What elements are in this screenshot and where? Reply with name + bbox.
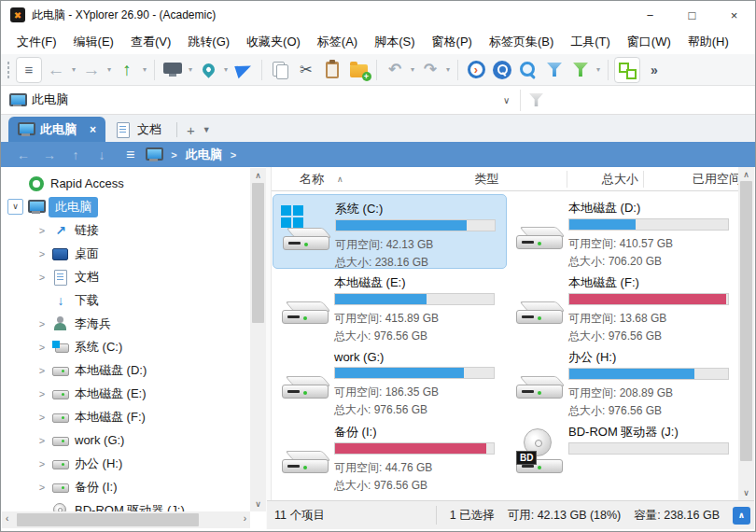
crumb-menu-button[interactable]: ≡ xyxy=(126,147,134,163)
menu-scripting[interactable]: 脚本(S) xyxy=(366,30,423,54)
menu-help[interactable]: 帮助(H) xyxy=(679,30,737,54)
up-dropdown[interactable]: ▾ xyxy=(140,65,149,74)
location-button[interactable] xyxy=(196,57,220,83)
address-value[interactable]: 此电脑 xyxy=(32,91,68,108)
expand-icon[interactable]: > xyxy=(32,248,52,259)
new-folder-button[interactable] xyxy=(346,57,371,83)
scroll-up-icon[interactable]: ∧ xyxy=(738,170,754,179)
crumb-forward-button[interactable]: → xyxy=(36,147,63,162)
tree-item-drive-i[interactable]: > 备份 (I:) xyxy=(7,475,250,498)
undo-button[interactable]: ↶ xyxy=(383,57,407,83)
tree-item-rapid-access[interactable]: Rapid Access xyxy=(7,172,250,195)
tree-item-drive-g[interactable]: > work (G:) xyxy=(7,428,250,452)
menu-edit[interactable]: 编辑(E) xyxy=(65,30,122,54)
tree-item-drive-j[interactable]: BD-ROM 驱动器 (J:) xyxy=(7,498,250,511)
menu-tools[interactable]: 工具(T) xyxy=(562,30,619,54)
expand-icon[interactable]: > xyxy=(32,458,52,469)
tree-item-links[interactable]: > ↗ 链接 xyxy=(7,218,250,242)
menu-tags[interactable]: 标签(A) xyxy=(309,30,366,54)
tab-documents[interactable]: 文档 xyxy=(105,117,171,142)
close-button[interactable]: × xyxy=(713,1,755,29)
redo-dropdown[interactable]: ▾ xyxy=(443,65,453,74)
expand-icon[interactable]: > xyxy=(32,342,52,353)
expand-icon[interactable]: > xyxy=(32,272,52,283)
scroll-up-icon[interactable]: ∧ xyxy=(250,171,266,180)
menu-tabsets[interactable]: 标签页集(B) xyxy=(481,30,562,54)
scroll-right-icon[interactable]: › xyxy=(244,513,246,524)
scroll-thumb[interactable] xyxy=(740,181,752,461)
tree-item-documents[interactable]: > 文档 xyxy=(7,265,250,288)
column-total-size[interactable]: 总大小 xyxy=(567,171,638,188)
tree-item-drive-d[interactable]: > 本地磁盘 (D:) xyxy=(7,358,250,382)
menu-window[interactable]: 窗口(W) xyxy=(619,30,679,54)
back-button[interactable]: ← xyxy=(44,57,68,83)
drive-item-i[interactable]: 备份 (I:) 可用空间: 44.76 GB 总大小: 976.56 GB xyxy=(273,418,507,493)
up-button[interactable]: ↑ xyxy=(115,57,139,83)
toolbar-overflow-button[interactable]: » xyxy=(642,57,666,83)
expand-icon[interactable]: > xyxy=(32,225,52,236)
tree-item-drive-h[interactable]: > 办公 (H:) xyxy=(7,452,250,475)
status-toggle-button[interactable]: ∧ xyxy=(733,507,750,525)
crumb-down-button[interactable]: ↓ xyxy=(89,147,115,162)
tree-item-drive-e[interactable]: > 本地磁盘 (E:) xyxy=(7,382,250,405)
forward-dropdown[interactable]: ▾ xyxy=(105,65,114,74)
tree-item-this-pc[interactable]: ∨ 此电脑 xyxy=(7,195,250,218)
drive-item-c[interactable]: 系统 (C:) 可用空间: 42.13 GB 总大小: 238.16 GB xyxy=(273,194,507,269)
quick-search-button[interactable] xyxy=(516,57,540,83)
column-name[interactable]: 名称∧ xyxy=(272,171,474,188)
goto-button[interactable] xyxy=(231,57,256,83)
drive-item-j[interactable]: BD BD-ROM 驱动器 (J:) xyxy=(507,418,741,493)
pane-splitter[interactable] xyxy=(266,167,272,529)
minimize-button[interactable]: − xyxy=(629,1,671,29)
scroll-down-icon[interactable]: ∨ xyxy=(250,499,266,509)
drive-item-h[interactable]: 办公 (H:) 可用空间: 208.89 GB 总大小: 976.56 GB xyxy=(507,343,741,418)
this-pc-dropdown[interactable]: ▾ xyxy=(186,65,195,74)
column-used-space[interactable]: 已用空间 xyxy=(644,171,741,188)
address-dropdown-icon[interactable]: ∨ xyxy=(503,95,510,105)
drive-item-f[interactable]: 本地磁盘 (F:) 可用空间: 13.68 GB 总大小: 976.56 GB xyxy=(507,269,741,343)
catch-up-button[interactable]: › xyxy=(464,57,488,83)
menu-panes[interactable]: 窗格(P) xyxy=(424,30,481,54)
scroll-left-icon[interactable]: ‹ xyxy=(6,513,8,524)
forward-button[interactable]: → xyxy=(79,57,104,83)
expand-icon[interactable]: > xyxy=(32,482,52,493)
crumb-up-button[interactable]: ↑ xyxy=(63,147,89,162)
tab-close-icon[interactable]: × xyxy=(90,123,96,136)
find-files-button[interactable] xyxy=(490,57,514,83)
this-pc-button[interactable] xyxy=(161,57,185,83)
drive-item-d[interactable]: 本地磁盘 (D:) 可用空间: 410.57 GB 总大小: 706.20 GB xyxy=(507,194,741,269)
expand-icon[interactable]: > xyxy=(32,318,52,329)
tab-list-dropdown[interactable]: ▼ xyxy=(203,125,211,134)
menu-file[interactable]: 文件(F) xyxy=(8,30,65,54)
tree-item-downloads[interactable]: ↓ 下载 xyxy=(7,288,250,312)
expand-icon[interactable]: > xyxy=(32,412,52,423)
mini-tree-toggle[interactable] xyxy=(614,57,640,83)
drive-item-e[interactable]: 本地磁盘 (E:) 可用空间: 415.89 GB 总大小: 976.56 GB xyxy=(273,269,507,343)
scroll-thumb[interactable] xyxy=(252,183,264,323)
undo-dropdown[interactable]: ▾ xyxy=(408,65,417,74)
menu-favorites[interactable]: 收藏夹(O) xyxy=(238,30,309,54)
toolbar-grip[interactable] xyxy=(7,61,10,79)
tree-horizontal-scrollbar[interactable]: ‹ › xyxy=(2,511,250,528)
visual-filter-button[interactable] xyxy=(568,57,593,83)
back-dropdown[interactable]: ▾ xyxy=(69,65,78,74)
expand-icon[interactable]: > xyxy=(32,365,52,376)
column-type[interactable]: 类型 xyxy=(474,171,567,188)
scroll-down-icon[interactable]: ∨ xyxy=(738,488,754,497)
drive-item-g[interactable]: work (G:) 可用空间: 186.35 GB 总大小: 976.56 GB xyxy=(273,343,507,418)
tree-vertical-scrollbar[interactable]: ∧ ∨ xyxy=(250,168,266,511)
tree-item-desktop[interactable]: > 桌面 xyxy=(7,242,250,265)
tree-item-drive-c[interactable]: > 系统 (C:) xyxy=(7,335,250,358)
tree-item-drive-f[interactable]: > 本地磁盘 (F:) xyxy=(7,405,250,428)
expand-icon[interactable]: > xyxy=(32,435,52,446)
copy-button[interactable] xyxy=(268,57,292,83)
live-filter-icon[interactable] xyxy=(529,93,543,106)
redo-button[interactable]: ↷ xyxy=(418,57,442,83)
list-vertical-scrollbar[interactable]: ∧ ∨ xyxy=(738,167,754,500)
paste-button[interactable] xyxy=(320,57,344,83)
scroll-thumb[interactable] xyxy=(17,513,199,526)
crumb-back-button[interactable]: ← xyxy=(10,147,36,162)
menu-view[interactable]: 查看(V) xyxy=(122,30,179,54)
visual-filter-dropdown[interactable]: ▾ xyxy=(594,65,603,74)
location-dropdown[interactable]: ▾ xyxy=(221,65,231,74)
